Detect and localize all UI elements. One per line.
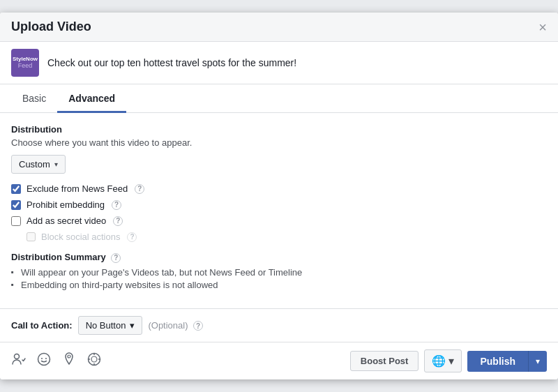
custom-dropdown[interactable]: Custom ▾ — [11, 155, 66, 174]
globe-dropdown[interactable]: 🌐 ▾ — [424, 349, 462, 372]
summary-item-2: Embedding on third-party websites is not… — [11, 280, 547, 290]
exclude-news-feed-checkbox[interactable] — [11, 184, 21, 194]
cta-bar: Call to Action: No Button ▾ (Optional) ? — [0, 308, 558, 342]
close-icon[interactable]: × — [538, 20, 547, 34]
publish-btn-group: Publish ▾ — [467, 351, 547, 372]
prohibit-embedding-row: Prohibit embedding ? — [11, 199, 547, 210]
optional-help-icon[interactable]: ? — [193, 321, 203, 331]
footer-right-actions: Boost Post 🌐 ▾ Publish ▾ — [350, 349, 547, 372]
exclude-news-feed-label: Exclude from News Feed — [27, 183, 128, 194]
cta-label: Call to Action: — [11, 320, 73, 331]
preview-bar: StyleNow Feed Check out our top ten hott… — [0, 42, 558, 84]
page-avatar: StyleNow Feed — [11, 49, 39, 77]
tab-basic[interactable]: Basic — [11, 84, 57, 113]
prohibit-embedding-checkbox[interactable] — [11, 200, 21, 210]
distribution-summary-help-icon[interactable]: ? — [111, 253, 121, 263]
advanced-tab-content: Distribution Choose where you want this … — [0, 113, 558, 308]
emoji-icon[interactable] — [36, 352, 52, 370]
svg-point-4 — [68, 355, 70, 358]
publish-button[interactable]: Publish — [467, 351, 529, 372]
footer-left-icons — [11, 352, 102, 370]
page-avatar-name-bottom: Feed — [18, 62, 33, 70]
chevron-down-icon: ▾ — [54, 160, 58, 168]
custom-dropdown-label: Custom — [19, 159, 50, 169]
boost-post-button[interactable]: Boost Post — [350, 351, 419, 371]
exclude-news-feed-row: Exclude from News Feed ? — [11, 183, 547, 194]
secret-video-row: Add as secret video ? — [11, 216, 547, 226]
svg-point-3 — [45, 358, 47, 359]
distribution-title: Distribution — [11, 124, 547, 135]
summary-item-1: Will appear on your Page's Videos tab, b… — [11, 267, 547, 278]
prohibit-embedding-label: Prohibit embedding — [27, 199, 105, 210]
publish-dropdown-button[interactable]: ▾ — [529, 351, 547, 372]
location-icon[interactable] — [61, 352, 77, 370]
svg-point-1 — [38, 354, 50, 365]
page-avatar-name-top: StyleNow — [13, 56, 38, 63]
secret-video-help-icon[interactable]: ? — [113, 216, 123, 226]
optional-text: (Optional) ? — [148, 320, 203, 331]
tabs-bar: Basic Advanced — [0, 84, 558, 113]
no-button-chevron-icon: ▾ — [130, 320, 135, 331]
tag-person-icon[interactable] — [11, 352, 27, 370]
block-social-actions-row: Block social actions ? — [27, 232, 547, 242]
modal-header: Upload Video × — [0, 13, 558, 42]
globe-icon: 🌐 — [432, 354, 446, 368]
prohibit-embedding-help-icon[interactable]: ? — [112, 200, 121, 210]
svg-point-6 — [91, 356, 97, 362]
no-button-label: No Button — [86, 320, 126, 331]
upload-video-modal: Upload Video × StyleNow Feed Check out o… — [0, 13, 558, 379]
modal-title: Upload Video — [11, 20, 91, 34]
distribution-summary-title: Distribution Summary ? — [11, 252, 547, 263]
secret-video-label: Add as secret video — [27, 216, 106, 226]
distribution-summary-list: Will appear on your Page's Videos tab, b… — [11, 267, 547, 290]
block-social-actions-label: Block social actions — [41, 232, 120, 242]
tab-advanced[interactable]: Advanced — [57, 84, 126, 113]
preview-caption: Check out our top ten hottest travel spo… — [47, 57, 296, 68]
svg-point-0 — [15, 354, 20, 359]
svg-point-5 — [89, 354, 100, 365]
no-button-dropdown[interactable]: No Button ▾ — [78, 316, 143, 335]
distribution-summary-section: Distribution Summary ? Will appear on yo… — [11, 252, 547, 290]
secret-video-checkbox[interactable] — [11, 216, 21, 226]
exclude-news-feed-help-icon[interactable]: ? — [135, 184, 144, 194]
svg-point-2 — [41, 358, 43, 359]
target-icon[interactable] — [86, 352, 102, 370]
block-social-actions-help-icon[interactable]: ? — [127, 232, 137, 242]
globe-chevron-icon: ▾ — [448, 354, 454, 368]
footer-bar: Boost Post 🌐 ▾ Publish ▾ — [0, 342, 558, 379]
distribution-subtitle: Choose where you want this video to appe… — [11, 137, 547, 148]
block-social-actions-checkbox[interactable] — [27, 232, 36, 241]
